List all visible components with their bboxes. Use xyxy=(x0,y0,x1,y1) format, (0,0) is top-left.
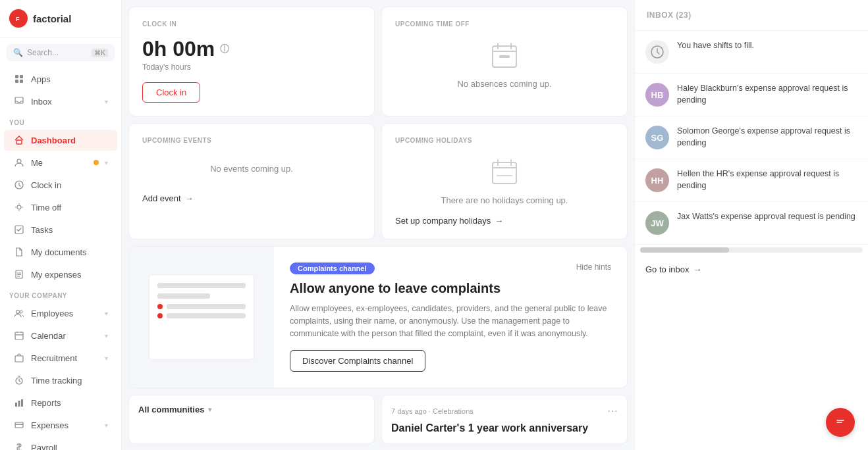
inbox-footer-arrow-icon: → xyxy=(693,264,702,274)
clock-avatar xyxy=(645,40,669,64)
inbox-scrollbar[interactable] xyxy=(640,247,863,253)
receipt-icon xyxy=(13,268,25,280)
dollar-icon xyxy=(13,441,25,450)
setup-holidays-arrow-icon: → xyxy=(495,216,503,226)
sidebar-item-payroll[interactable]: Payroll xyxy=(4,437,117,450)
post-time: 7 days ago · Celebrations xyxy=(391,407,474,415)
jax-text: Jax Watts's expense approval request is … xyxy=(677,211,855,223)
preview-document xyxy=(149,274,254,360)
holidays-empty-icon xyxy=(395,157,614,189)
sidebar-item-calendar[interactable]: Calendar ▾ xyxy=(4,325,117,346)
hide-hints-button[interactable]: Hide hints xyxy=(576,262,611,272)
preview-line-3 xyxy=(167,304,246,309)
bar-chart-icon xyxy=(13,397,25,409)
user-icon xyxy=(13,157,25,168)
complaints-badge: Complaints channel xyxy=(290,262,375,274)
setup-holidays-link[interactable]: Set up company holidays → xyxy=(395,216,614,226)
discover-complaints-button[interactable]: Discover Complaints channel xyxy=(290,350,425,372)
inbox-panel: INBOX (23) You have shifts to fill. HB H… xyxy=(634,0,868,450)
upcoming-events-card: UPCOMING EVENTS No events coming up. Add… xyxy=(128,123,375,239)
apps-label: Apps xyxy=(31,74,108,84)
sidebar-item-mydocs[interactable]: My documents xyxy=(4,241,117,262)
solomon-text: Solomon George's expense approval reques… xyxy=(677,126,857,149)
inbox-item-jax[interactable]: JW Jax Watts's expense approval request … xyxy=(635,202,868,245)
preview-dot-2 xyxy=(157,313,163,318)
svg-rect-4 xyxy=(15,80,18,83)
svg-point-8 xyxy=(17,159,21,163)
preview-line-2 xyxy=(157,293,210,299)
svg-rect-32 xyxy=(15,422,23,428)
sidebar-item-employees[interactable]: Employees ▾ xyxy=(4,303,117,324)
time-off-empty-icon xyxy=(395,41,614,72)
svg-rect-7 xyxy=(16,140,22,144)
inbox-header: INBOX (23) xyxy=(635,0,868,31)
events-card-label: UPCOMING EVENTS xyxy=(142,137,361,144)
upcoming-time-off-card: UPCOMING TIME OFF No absences coming up. xyxy=(381,7,628,116)
inbox-chevron-icon: ▾ xyxy=(105,98,108,105)
check-icon xyxy=(13,224,25,236)
holidays-empty-text: There are no holidays coming up. xyxy=(395,195,614,205)
all-communities-label: All communities xyxy=(138,405,204,414)
hint-card-content: Complaints channel Hide hints Allow anyo… xyxy=(274,247,627,388)
clock-in-card: CLOCK IN 0h 00m ⓘ Today's hours Clock in xyxy=(128,7,375,116)
inbox-scrollbar-thumb xyxy=(640,247,729,253)
svg-rect-29 xyxy=(15,403,17,407)
me-dot-icon xyxy=(94,160,99,165)
sidebar-item-apps[interactable]: Apps xyxy=(4,68,117,89)
calendar-chevron-icon: ▾ xyxy=(105,332,108,339)
community-header[interactable]: All communities ▾ xyxy=(138,405,365,414)
sidebar-item-timeoff[interactable]: Time off xyxy=(4,197,117,218)
sidebar-item-expenses[interactable]: Expenses ▾ xyxy=(4,414,117,436)
file-icon xyxy=(13,246,25,258)
svg-rect-3 xyxy=(20,75,23,78)
myexpenses-label: My expenses xyxy=(31,270,108,280)
sidebar-item-inbox[interactable]: Inbox ▾ xyxy=(4,91,117,112)
hint-card-preview xyxy=(129,247,274,388)
add-event-link[interactable]: Add event → xyxy=(142,193,361,203)
inbox-item-haley[interactable]: HB Haley Blackburn's expense approval re… xyxy=(635,74,868,116)
clock-icon xyxy=(13,179,25,191)
sidebar-item-myexpenses[interactable]: My expenses xyxy=(4,264,117,285)
sidebar-item-dashboard[interactable]: Dashboard xyxy=(4,130,117,151)
sidebar-item-recruitment[interactable]: Recruitment ▾ xyxy=(4,347,117,368)
sidebar-item-timetracking[interactable]: Time tracking xyxy=(4,370,117,391)
svg-point-10 xyxy=(17,205,21,209)
inbox-footer-link[interactable]: Go to inbox → xyxy=(635,255,868,284)
employees-chevron-icon: ▾ xyxy=(105,310,108,317)
community-chevron-icon: ▾ xyxy=(208,406,211,413)
inbox-icon xyxy=(13,95,25,107)
search-icon: 🔍 xyxy=(13,48,23,57)
sidebar-item-tasks[interactable]: Tasks xyxy=(4,219,117,240)
preview-line-4 xyxy=(167,313,246,318)
logo-text: factorial xyxy=(33,13,71,24)
sidebar-item-reports[interactable]: Reports xyxy=(4,392,117,413)
time-off-empty-text: No absences coming up. xyxy=(395,79,614,89)
sidebar-item-clockin[interactable]: Clock in xyxy=(4,174,117,195)
inbox-item-hellen[interactable]: HH Hellen the HR's expense approval requ… xyxy=(635,159,868,202)
sidebar-item-me[interactable]: Me ▾ xyxy=(4,152,117,173)
holidays-card-label: UPCOMING HOLIDAYS xyxy=(395,137,614,144)
calendar-label: Calendar xyxy=(31,331,99,341)
credit-card-icon xyxy=(13,419,25,431)
timer-icon xyxy=(13,374,25,386)
hint-title: Allow anyone to leave complaints xyxy=(290,281,611,296)
briefcase-icon xyxy=(13,352,25,364)
clock-in-button[interactable]: Clock in xyxy=(142,82,200,103)
logo-icon: F xyxy=(9,9,28,28)
svg-rect-22 xyxy=(15,332,23,339)
inbox-label: Inbox xyxy=(31,97,99,107)
home-icon xyxy=(13,134,25,146)
expenses-chevron-icon: ▾ xyxy=(105,422,108,429)
post-menu-icon[interactable]: ⋯ xyxy=(607,405,618,417)
haley-avatar: HB xyxy=(645,83,669,107)
company-section-label: Your Company xyxy=(0,286,121,302)
hellen-text: Hellen the HR's expense approval request… xyxy=(677,168,857,191)
inbox-item-solomon[interactable]: SG Solomon George's expense approval req… xyxy=(635,116,868,159)
search-bar-left: 🔍 Search... xyxy=(13,48,59,57)
chat-button[interactable] xyxy=(826,408,855,437)
svg-point-20 xyxy=(16,311,20,314)
clock-in-time: 0h 00m ⓘ xyxy=(142,37,361,61)
recruitment-label: Recruitment xyxy=(31,353,99,363)
inbox-item-shifts[interactable]: You have shifts to fill. xyxy=(635,31,868,74)
search-bar[interactable]: 🔍 Search... ⌘K xyxy=(7,44,115,61)
